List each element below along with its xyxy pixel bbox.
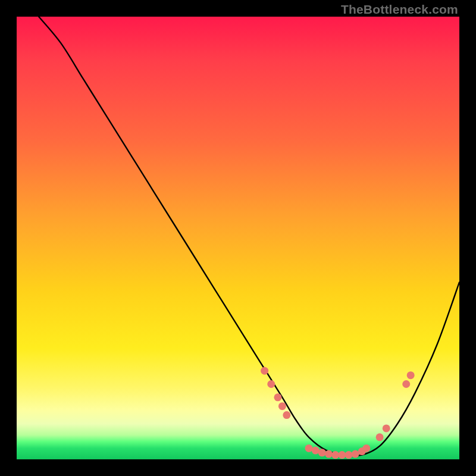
data-point	[376, 433, 384, 441]
data-point	[362, 444, 370, 452]
plot-area	[17, 17, 459, 459]
data-point	[305, 444, 313, 452]
data-point	[274, 393, 281, 401]
data-point	[278, 402, 286, 410]
data-point	[325, 450, 333, 458]
bottleneck-curve	[39, 17, 459, 456]
data-point	[402, 380, 410, 388]
data-point	[261, 367, 268, 375]
data-point	[407, 371, 415, 379]
curve-svg	[17, 17, 459, 459]
data-point	[267, 380, 275, 388]
chart-frame: TheBottleneck.com	[0, 0, 476, 476]
data-point	[283, 411, 290, 419]
data-point	[331, 451, 339, 459]
data-point	[312, 447, 320, 455]
data-point	[318, 449, 326, 456]
data-point	[383, 424, 390, 432]
data-point	[338, 451, 346, 459]
data-point	[345, 451, 353, 459]
data-point	[352, 450, 359, 458]
watermark-text: TheBottleneck.com	[341, 2, 458, 17]
data-points	[261, 367, 415, 459]
